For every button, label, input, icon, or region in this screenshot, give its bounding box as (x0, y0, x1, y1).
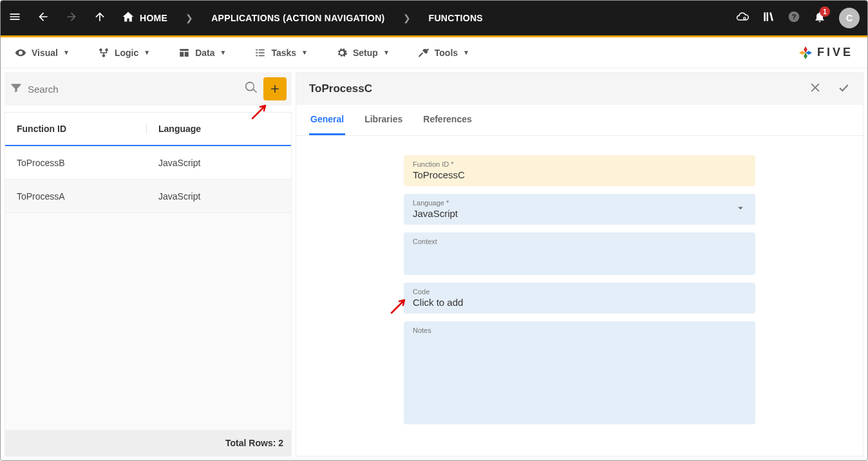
brand-logo: FIVE (798, 45, 853, 61)
help-icon[interactable]: ? (788, 10, 800, 26)
table-icon (178, 47, 190, 59)
menu-logic[interactable]: Logic▼ (98, 47, 150, 59)
list-header: Function ID Language (5, 113, 291, 146)
logic-icon (98, 47, 109, 59)
context-label: Context (413, 238, 746, 245)
svg-point-3 (99, 48, 102, 52)
code-field[interactable]: Code Click to add (404, 283, 755, 314)
topbar: HOME ❯ APPLICATIONS (ACTION NAVIGATION) … (1, 1, 867, 35)
up-icon[interactable] (93, 10, 106, 26)
hamburger-icon[interactable] (8, 10, 21, 26)
filter-icon[interactable] (10, 81, 23, 97)
function-id-label: Function ID * (413, 160, 746, 168)
cloud-icon[interactable] (736, 10, 749, 26)
menu-setup-label: Setup (353, 48, 378, 58)
svg-point-4 (105, 48, 108, 52)
tools-icon (418, 47, 429, 59)
close-icon[interactable] (809, 81, 822, 97)
eye-icon (15, 47, 26, 59)
detail-title: ToProcessC (309, 82, 372, 95)
brand-icon (798, 45, 813, 61)
notes-label: Notes (413, 326, 746, 334)
list-row[interactable]: ToProcessA JavaScript (5, 180, 291, 213)
breadcrumb-home[interactable]: HOME (122, 10, 167, 26)
code-value: Click to add (413, 297, 463, 308)
tab-libraries[interactable]: Libraries (363, 105, 404, 135)
search-icon[interactable] (244, 80, 258, 97)
menu-tools[interactable]: Tools▼ (418, 47, 469, 59)
menu-tools-label: Tools (435, 48, 458, 58)
left-panel: Function ID Language ToProcessB JavaScri… (5, 72, 292, 456)
chevron-right-icon: ❯ (401, 13, 413, 23)
total-rows-label: Total Rows: 2 (225, 438, 283, 448)
chevron-right-icon: ❯ (183, 13, 196, 23)
function-id-field[interactable]: Function ID * ToProcessC (404, 155, 755, 186)
code-label: Code (413, 288, 746, 296)
tab-general[interactable]: General (309, 105, 345, 135)
back-icon[interactable] (37, 10, 50, 26)
detail-panel: ToProcessC General Libraries References … (296, 72, 863, 456)
menu-tasks-label: Tasks (271, 48, 296, 58)
menu-visual[interactable]: Visual▼ (15, 47, 70, 59)
list-row[interactable]: ToProcessB JavaScript (5, 146, 291, 180)
search-input[interactable] (28, 84, 239, 95)
detail-tabs: General Libraries References (296, 105, 863, 136)
tab-general-label: General (310, 114, 344, 124)
breadcrumb-home-label: HOME (140, 13, 167, 23)
forward-icon (65, 10, 78, 26)
chevron-down-icon (735, 202, 746, 216)
cell-language: JavaScript (147, 191, 212, 202)
tab-libraries-label: Libraries (364, 114, 402, 124)
cell-function-id: ToProcessA (5, 191, 147, 202)
notes-field[interactable]: Notes (404, 321, 755, 424)
language-field[interactable]: Language * JavaScript (404, 194, 755, 225)
checklist-icon (254, 47, 266, 59)
context-field[interactable]: Context (404, 232, 755, 275)
detail-header: ToProcessC (296, 73, 863, 105)
tab-references-label: References (423, 114, 472, 124)
menu-visual-label: Visual (32, 48, 58, 58)
notification-badge: 1 (820, 6, 830, 17)
menu-tasks[interactable]: Tasks▼ (254, 47, 308, 59)
function-id-value: ToProcessC (413, 169, 465, 180)
tab-references[interactable]: References (422, 105, 473, 135)
svg-point-5 (102, 54, 106, 57)
cell-language: JavaScript (147, 158, 212, 168)
brand-text: FIVE (817, 46, 853, 59)
language-label: Language * (413, 199, 746, 207)
header-function-id[interactable]: Function ID (5, 124, 147, 134)
main-content: Function ID Language ToProcessB JavaScri… (1, 68, 867, 460)
add-button[interactable] (263, 77, 287, 100)
detail-form: Function ID * ToProcessC Language * Java… (296, 136, 863, 444)
home-icon (122, 10, 135, 26)
avatar[interactable]: C (839, 8, 860, 28)
save-icon[interactable] (837, 81, 850, 97)
breadcrumb-applications[interactable]: APPLICATIONS (ACTION NAVIGATION) (211, 13, 384, 23)
library-icon[interactable] (762, 10, 775, 26)
search-bar (5, 72, 292, 106)
plus-icon (269, 82, 281, 95)
language-value: JavaScript (413, 208, 458, 219)
breadcrumb-functions[interactable]: FUNCTIONS (429, 13, 483, 23)
header-language[interactable]: Language (147, 124, 212, 134)
svg-text:?: ? (791, 12, 796, 21)
notifications-icon[interactable]: 1 (813, 10, 826, 26)
menu-logic-label: Logic (115, 48, 138, 58)
menu-setup[interactable]: Setup▼ (336, 47, 390, 59)
cell-function-id: ToProcessB (5, 158, 147, 168)
gear-icon (336, 47, 348, 59)
menu-data[interactable]: Data▼ (178, 47, 226, 59)
menubar: Visual▼ Logic▼ Data▼ Tasks▼ Setup▼ Tools… (1, 37, 867, 68)
svg-point-0 (744, 17, 746, 19)
function-list: Function ID Language ToProcessB JavaScri… (5, 112, 292, 456)
avatar-initial: C (846, 13, 853, 23)
menu-data-label: Data (195, 48, 214, 58)
list-footer: Total Rows: 2 (5, 430, 291, 456)
